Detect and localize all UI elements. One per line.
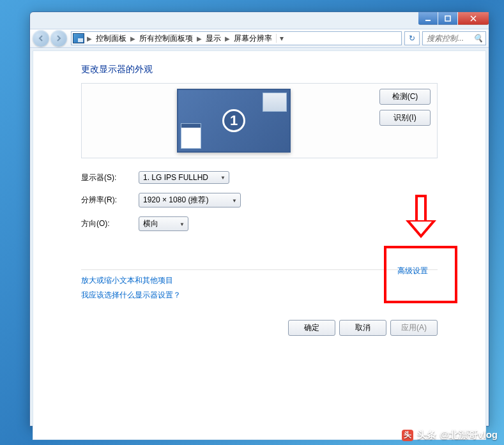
preview-window-icon [263,93,287,112]
preview-buttons: 检测(C) 识别(I) [379,89,431,126]
refresh-button[interactable]: ↻ [404,31,420,45]
preview-window-icon [181,123,201,149]
search-input[interactable] [425,33,470,43]
address-dropdown[interactable]: ▾ [276,34,286,43]
search-box[interactable]: 🔍 [422,31,486,45]
search-icon: 🔍 [473,34,483,43]
display-dropdown[interactable]: 1. LG IPS FULLHD [139,171,229,184]
chevron-right-icon: ▶ [87,35,92,42]
navigation-bar: ▶ 控制面板 ▶ 所有控制面板项 ▶ 显示 ▶ 屏幕分辨率 ▾ ↻ 🔍 [30,29,489,48]
watermark: 头 头条 @北漂哥vlog [402,429,498,441]
titlebar [30,12,489,29]
display-row: 显示器(S): 1. LG IPS FULLHD [81,171,438,184]
resolution-dropdown[interactable]: 1920 × 1080 (推荐) [139,193,241,207]
back-button[interactable] [33,30,49,47]
chevron-right-icon: ▶ [197,35,202,42]
orientation-label: 方向(O): [81,218,139,229]
monitor-icon [73,33,84,43]
address-bar[interactable]: ▶ 控制面板 ▶ 所有控制面板项 ▶ 显示 ▶ 屏幕分辨率 ▾ [71,31,402,45]
breadcrumb-item[interactable]: 控制面板 [92,33,130,44]
chevron-right-icon: ▶ [130,35,135,42]
minimize-button[interactable] [418,12,438,25]
ok-button[interactable]: 确定 [288,320,335,336]
breadcrumb-item[interactable]: 显示 [202,33,225,44]
display-label: 显示器(S): [81,172,139,183]
dialog-buttons: 确定 取消 应用(A) [81,320,438,336]
page-title: 更改显示器的外观 [81,64,438,75]
watermark-icon: 头 [402,430,413,441]
detect-button[interactable]: 检测(C) [379,89,431,105]
forward-button[interactable] [50,30,67,47]
window-controls [418,12,489,25]
monitor-preview[interactable]: 1 [177,89,291,153]
maximize-button[interactable] [438,12,457,25]
close-button[interactable] [458,12,489,25]
resolution-label: 分辨率(R): [81,195,139,206]
breadcrumb-item[interactable]: 屏幕分辨率 [230,33,276,44]
display-preview-panel: 1 检测(C) 识别(I) [81,83,438,158]
identify-button[interactable]: 识别(I) [379,110,431,126]
cancel-button[interactable]: 取消 [339,320,386,336]
svg-rect-0 [425,20,431,21]
control-panel-window: ▶ 控制面板 ▶ 所有控制面板项 ▶ 显示 ▶ 屏幕分辨率 ▾ ↻ 🔍 更改显示… [29,11,489,426]
watermark-text: @北漂哥vlog [440,429,498,441]
annotation-highlight-box [384,246,457,303]
monitor-number-badge: 1 [222,109,245,132]
annotation-arrow [406,195,436,238]
apply-button[interactable]: 应用(A) [390,320,438,336]
orientation-row: 方向(O): 横向 [81,216,438,231]
content-area: 更改显示器的外观 1 检测(C) 识别(I) 显示器(S): 1. LG IPS… [33,50,486,440]
resolution-row: 分辨率(R): 1920 × 1080 (推荐) [81,193,438,207]
watermark-prefix: 头条 [417,429,436,441]
chevron-right-icon: ▶ [225,35,230,42]
orientation-dropdown[interactable]: 横向 [139,216,188,231]
breadcrumb-item[interactable]: 所有控制面板项 [135,33,197,44]
svg-rect-1 [445,16,450,21]
